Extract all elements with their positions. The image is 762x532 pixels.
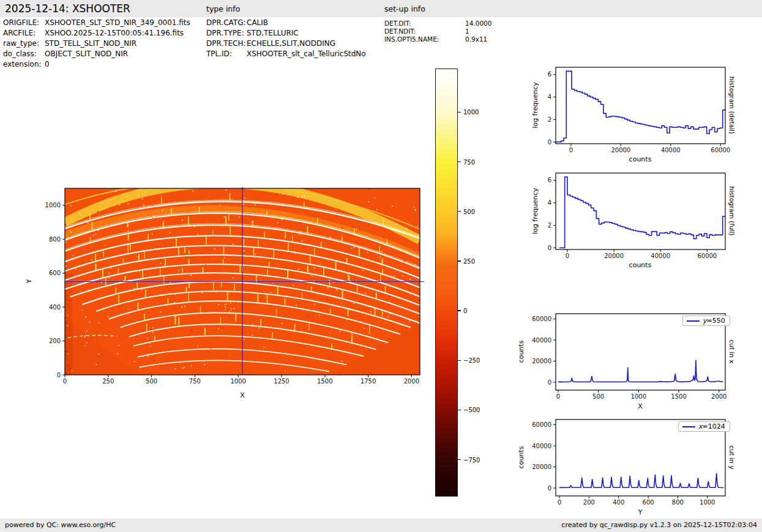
histogram-full-plot: 02000040000600000246 <box>556 173 725 249</box>
main-y-axis-label: Y <box>25 279 33 284</box>
cut-y-x-label: Y <box>638 508 643 516</box>
file-info-column: ORIGFILE:XSHOOTER_SLT_STD_NIR_349_0001.f… <box>3 18 190 70</box>
svg-text:400: 400 <box>49 304 61 311</box>
legend-label: x=1024 <box>698 423 725 430</box>
colorbar-tick-label: −750 <box>463 456 480 463</box>
colorbar-tick <box>458 310 461 311</box>
svg-text:60000: 60000 <box>711 147 730 153</box>
field-value: STD_TELL_SLIT_NOD_NIR <box>45 39 136 48</box>
type-info-row: DPR.TYPE:STD,TELLURIC <box>206 28 366 39</box>
colorbar-tick <box>458 459 461 460</box>
setup-info-heading: set-up info <box>384 4 425 13</box>
field-label: DPR.CATG: <box>206 18 247 28</box>
svg-text:40000: 40000 <box>532 337 551 344</box>
svg-text:60000: 60000 <box>532 421 551 428</box>
field-label: DET.NDIT: <box>384 28 465 35</box>
colorbar-tick-label: −250 <box>463 357 480 364</box>
hist-full-y-label: log frequency <box>531 188 539 234</box>
svg-text:1000: 1000 <box>700 499 715 506</box>
svg-text:0: 0 <box>548 139 551 146</box>
main-x-axis-label: X <box>240 391 245 399</box>
cut-x-right-label: cut in x <box>728 339 736 363</box>
svg-text:0: 0 <box>63 378 67 385</box>
file-info-row: extension:0 <box>3 59 190 70</box>
svg-text:0: 0 <box>566 253 569 259</box>
field-label: INS.OPTI5.NAME: <box>384 35 465 43</box>
svg-text:1000: 1000 <box>45 202 61 209</box>
svg-text:1500: 1500 <box>671 393 686 400</box>
cut-y-y-label: counts <box>517 446 525 469</box>
type-info-row: DPR.CATG:CALIB <box>206 18 366 28</box>
svg-text:20000: 20000 <box>611 147 630 153</box>
hist-detail-y-label: log frequency <box>531 82 539 128</box>
legend-line-sample <box>687 320 700 322</box>
svg-text:500: 500 <box>146 378 157 385</box>
setup-info-row: DET.NDIT:1 <box>384 28 491 35</box>
svg-text:20000: 20000 <box>532 358 551 364</box>
colorbar-tick <box>458 211 461 212</box>
cut-y-right-label: cut in y <box>728 445 736 469</box>
file-info-row: ORIGFILE:XSHOOTER_SLT_STD_NIR_349_0001.f… <box>3 18 190 28</box>
footer-bar: powered by QC: www.eso.org/HC created by… <box>0 519 762 532</box>
svg-text:60000: 60000 <box>532 316 551 322</box>
setup-info-row: DET.DIT:14.0000 <box>384 20 491 28</box>
svg-text:1000: 1000 <box>631 393 646 400</box>
svg-text:6: 6 <box>548 177 551 183</box>
svg-text:200: 200 <box>583 499 595 506</box>
field-label: DPR.TECH: <box>206 39 247 49</box>
setup-info-row: INS.OPTI5.NAME:0.9x11 <box>384 35 491 43</box>
field-value: XSHOOTER_SLT_STD_NIR_349_0001.fits <box>45 18 190 27</box>
cut-x-x-label: X <box>638 402 643 410</box>
field-label: DET.DIT: <box>384 20 465 28</box>
svg-text:4: 4 <box>548 199 551 206</box>
legend-label: y=550 <box>703 317 725 325</box>
cut-x-legend: y=550 <box>682 316 730 326</box>
svg-text:20000: 20000 <box>532 464 551 470</box>
header-bar: 2025-12-14: XSHOOTER type info set-up in… <box>0 0 762 17</box>
field-value: 14.0000 <box>465 20 491 27</box>
type-info-heading: type info <box>206 4 240 13</box>
field-label: ARCFILE: <box>3 28 45 39</box>
colorbar-tick <box>458 410 461 410</box>
svg-text:0: 0 <box>569 147 573 153</box>
svg-text:500: 500 <box>592 393 604 400</box>
field-label: ORIGFILE: <box>3 18 45 28</box>
svg-text:0: 0 <box>57 372 61 379</box>
colorbar <box>435 68 458 497</box>
hist-full-right-label: histogram (full) <box>728 187 736 236</box>
svg-text:2000: 2000 <box>711 393 727 400</box>
svg-text:40000: 40000 <box>532 443 551 449</box>
type-info-row: DPR.TECH:ECHELLE,SLIT,NODDING <box>206 39 366 49</box>
svg-text:1750: 1750 <box>360 378 376 385</box>
svg-text:0: 0 <box>548 485 551 492</box>
svg-text:20000: 20000 <box>604 253 624 259</box>
svg-text:60000: 60000 <box>697 253 717 259</box>
svg-text:1250: 1250 <box>274 378 289 385</box>
field-label: raw_type: <box>3 39 45 49</box>
type-info-row: TPL.ID:XSHOOTER_slt_cal_TelluricStdNo <box>206 49 366 59</box>
svg-text:600: 600 <box>49 270 61 276</box>
colorbar-tick-label: 1000 <box>463 109 479 116</box>
field-value: STD,TELLURIC <box>247 29 299 37</box>
field-label: extension: <box>3 59 45 70</box>
svg-text:800: 800 <box>49 236 61 243</box>
field-value: XSHOOTER_slt_cal_TelluricStdNo <box>247 50 366 58</box>
colorbar-tick-label: 500 <box>463 208 475 215</box>
field-value: 0 <box>45 60 50 68</box>
footer-left-text: powered by QC: www.eso.org/HC <box>5 519 116 532</box>
colorbar-tick-label: 0 <box>463 308 467 314</box>
field-value: 1 <box>465 28 469 35</box>
svg-text:1500: 1500 <box>317 378 332 385</box>
field-value: CALIB <box>247 18 268 27</box>
field-value: XSHOO.2025-12-15T00:05:41.196.fits <box>45 29 184 37</box>
cut-y-legend: x=1024 <box>678 421 730 432</box>
file-info-row: do_class:OBJECT_SLIT_NOD_NIR <box>3 49 190 59</box>
file-info-row: raw_type:STD_TELL_SLIT_NOD_NIR <box>3 39 190 49</box>
svg-text:6: 6 <box>548 71 551 78</box>
svg-text:2: 2 <box>548 222 551 229</box>
colorbar-tick-label: −500 <box>463 407 480 413</box>
field-value: ECHELLE,SLIT,NODDING <box>247 39 335 48</box>
qc-report-page: 2025-12-14: XSHOOTER type info set-up in… <box>0 0 762 532</box>
colorbar-tick <box>458 360 461 361</box>
hist-full-x-label: counts <box>629 261 652 269</box>
